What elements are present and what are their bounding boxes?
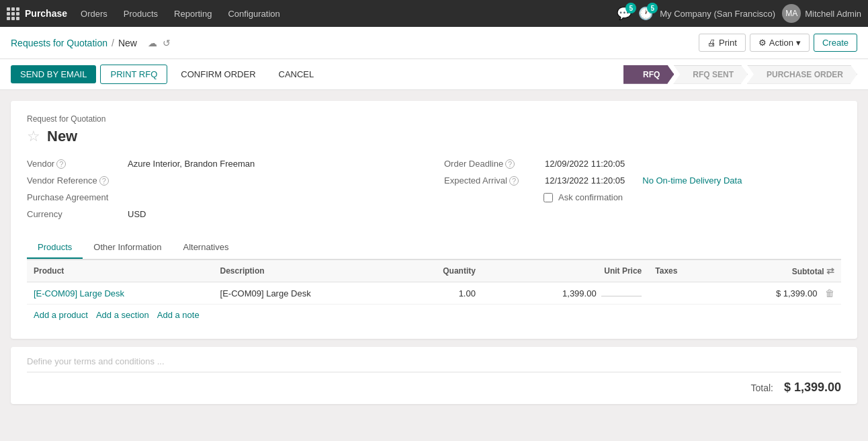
add-note-link[interactable]: Add a note xyxy=(157,310,200,320)
tab-products[interactable]: Products xyxy=(27,237,83,259)
cloud-save-icon[interactable]: ☁ xyxy=(148,38,157,48)
vendor-label: Vendor ? xyxy=(27,159,121,169)
expected-arrival-row: Expected Arrival ? 12/13/2022 11:20:05 N… xyxy=(444,175,841,186)
top-navigation: Purchase Orders Products Reporting Confi… xyxy=(0,0,868,27)
cell-unit-price: 1,399.00 xyxy=(482,282,648,305)
total-value: $ 1,399.00 xyxy=(784,380,841,395)
undo-icon[interactable]: ↺ xyxy=(163,38,171,48)
confirm-order-button[interactable]: CONFIRM ORDER xyxy=(171,65,265,83)
pipeline-step-purchase-order[interactable]: PURCHASE ORDER xyxy=(747,65,857,84)
create-button[interactable]: Create xyxy=(814,34,857,52)
user-avatar: MA xyxy=(782,4,801,23)
col-header-unit-price: Unit Price xyxy=(482,260,648,282)
total-label: Total: xyxy=(750,383,773,393)
vendor-value[interactable]: Azure Interior, Brandon Freeman xyxy=(128,159,255,169)
nav-orders[interactable]: Orders xyxy=(74,0,114,27)
activities-button[interactable]: 🕐 5 xyxy=(638,6,653,21)
nav-products[interactable]: Products xyxy=(117,0,165,27)
delivery-link[interactable]: No On-time Delivery Data xyxy=(642,175,742,186)
cell-description[interactable]: [E-COM09] Large Desk xyxy=(214,282,400,305)
order-deadline-help-icon[interactable]: ? xyxy=(505,159,515,169)
breadcrumb-parent[interactable]: Requests for Quotation xyxy=(11,38,107,48)
add-section-link[interactable]: Add a section xyxy=(96,310,149,320)
tab-other-information[interactable]: Other Information xyxy=(83,237,172,259)
breadcrumb-actions: 🖨 Print ⚙ Action ▾ Create xyxy=(699,34,857,52)
ask-confirmation-row: Ask confirmation xyxy=(444,192,841,202)
action-bar: SEND BY EMAIL PRINT RFQ CONFIRM ORDER CA… xyxy=(0,59,868,90)
form-section-title: Request for Quotation xyxy=(27,114,841,124)
breadcrumb-bar: Requests for Quotation / New ☁ ↺ 🖨 Print… xyxy=(0,27,868,59)
favorite-star-icon[interactable]: ☆ xyxy=(27,128,40,145)
cell-product[interactable]: [E-COM09] Large Desk xyxy=(27,282,214,305)
col-header-description: Description xyxy=(214,260,400,282)
app-name: Purchase xyxy=(25,8,67,19)
col-header-quantity: Quantity xyxy=(400,260,482,282)
purchase-agreement-label: Purchase Agreement xyxy=(27,192,121,202)
order-deadline-value[interactable]: 12/09/2022 11:20:05 xyxy=(545,159,625,169)
print-button[interactable]: 🖨 Print xyxy=(699,34,746,52)
currency-value[interactable]: USD xyxy=(128,209,146,219)
order-deadline-label: Order Deadline ? xyxy=(444,159,538,169)
ask-confirmation-label[interactable]: Ask confirmation xyxy=(558,192,623,202)
order-deadline-row: Order Deadline ? 12/09/2022 11:20:05 xyxy=(444,159,841,169)
table-row: [E-COM09] Large Desk [E-COM09] Large Des… xyxy=(27,282,841,305)
cell-subtotal: $ 1,399.00 🗑 xyxy=(712,282,841,305)
cancel-button[interactable]: CANCEL xyxy=(269,65,324,83)
vendor-reference-help-icon[interactable]: ? xyxy=(99,176,109,186)
messages-badge: 5 xyxy=(625,3,636,13)
vendor-reference-row: Vendor Reference ? xyxy=(27,175,424,186)
terms-placeholder[interactable]: Define your terms and conditions ... xyxy=(27,356,841,366)
terms-area: Define your terms and conditions ... Tot… xyxy=(11,347,857,404)
tab-bar: Products Other Information Alternatives xyxy=(27,237,841,259)
user-name: Mitchell Admin xyxy=(805,9,861,19)
company-name[interactable]: My Company (San Francisco) xyxy=(660,9,775,19)
vendor-help-icon[interactable]: ? xyxy=(56,159,66,169)
col-header-subtotal: Subtotal ⇄ xyxy=(712,260,841,282)
products-table: Product Description Quantity Unit Price … xyxy=(27,259,841,305)
nav-reporting[interactable]: Reporting xyxy=(167,0,218,27)
table-actions-row: Add a product Add a section Add a note xyxy=(27,305,841,325)
expected-arrival-help-icon[interactable]: ? xyxy=(509,176,519,186)
activities-badge: 5 xyxy=(647,3,658,13)
form-card: Request for Quotation ☆ New Vendor ? Azu… xyxy=(11,101,857,339)
messages-button[interactable]: 💬 5 xyxy=(617,6,632,21)
currency-label: Currency xyxy=(27,209,121,219)
main-content: Request for Quotation ☆ New Vendor ? Azu… xyxy=(0,90,868,415)
record-title: ☆ New xyxy=(27,128,841,145)
cell-taxes[interactable] xyxy=(648,282,712,305)
col-header-product: Product xyxy=(27,260,214,282)
currency-row: Currency USD xyxy=(27,209,424,219)
nav-configuration[interactable]: Configuration xyxy=(221,0,286,27)
cell-quantity[interactable]: 1.00 xyxy=(400,282,482,305)
send-by-email-button[interactable]: SEND BY EMAIL xyxy=(11,65,96,83)
print-rfq-button[interactable]: PRINT RFQ xyxy=(100,65,167,84)
grid-menu-icon[interactable] xyxy=(7,7,19,20)
breadcrumb-current: New xyxy=(118,38,137,48)
column-settings-icon[interactable]: ⇄ xyxy=(826,266,834,276)
app-brand[interactable]: Purchase xyxy=(7,7,67,20)
pipeline-step-rfq[interactable]: RFQ xyxy=(623,65,674,84)
table-header-row: Product Description Quantity Unit Price … xyxy=(27,260,841,282)
action-button[interactable]: ⚙ Action ▾ xyxy=(750,34,810,52)
vendor-reference-label: Vendor Reference ? xyxy=(27,175,121,186)
col-header-taxes: Taxes xyxy=(648,260,712,282)
tab-alternatives[interactable]: Alternatives xyxy=(172,237,239,259)
add-product-link[interactable]: Add a product xyxy=(34,310,88,320)
record-name: New xyxy=(47,128,77,145)
pipeline-step-rfq-sent[interactable]: RFQ SENT xyxy=(673,65,748,84)
delete-row-icon[interactable]: 🗑 xyxy=(825,288,834,298)
breadcrumb-separator: / xyxy=(112,38,114,48)
form-fields: Vendor ? Azure Interior, Brandon Freeman… xyxy=(27,159,841,226)
user-area[interactable]: MA Mitchell Admin xyxy=(782,4,861,23)
pipeline: RFQ RFQ SENT PURCHASE ORDER xyxy=(623,65,857,84)
purchase-agreement-row: Purchase Agreement xyxy=(27,192,424,202)
expected-arrival-value[interactable]: 12/13/2022 11:20:05 xyxy=(545,175,625,186)
expected-arrival-label: Expected Arrival ? xyxy=(444,175,538,186)
breadcrumb-icons: ☁ ↺ xyxy=(148,38,171,48)
topnav-right: 💬 5 🕐 5 My Company (San Francisco) MA Mi… xyxy=(617,4,861,23)
ask-confirmation-checkbox[interactable] xyxy=(544,193,553,202)
vendor-row: Vendor ? Azure Interior, Brandon Freeman xyxy=(27,159,424,169)
breadcrumb: Requests for Quotation / New ☁ ↺ xyxy=(11,38,171,48)
total-row: Total: $ 1,399.00 xyxy=(27,372,841,395)
